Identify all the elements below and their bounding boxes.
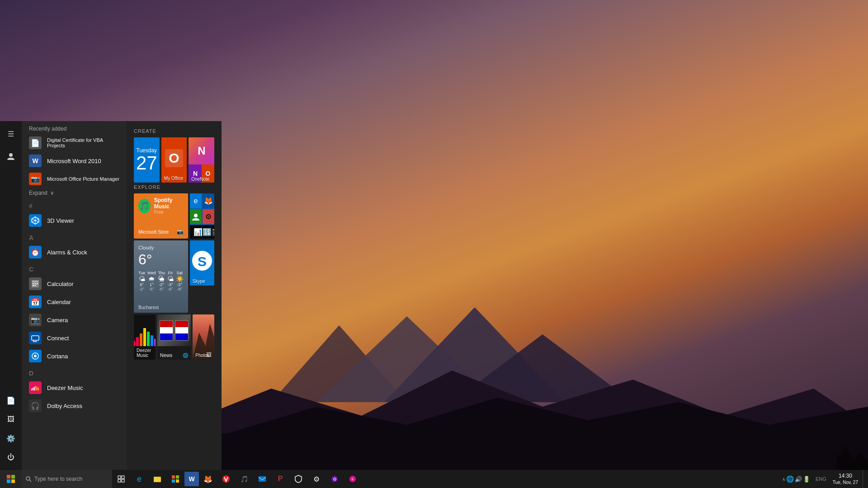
svg-point-40 (26, 477, 30, 480)
documents-icon[interactable]: 📄 (2, 391, 20, 409)
taskbar-mail[interactable] (253, 470, 271, 488)
taskbar-settings[interactable]: ⚙ (307, 470, 326, 488)
network-icon[interactable]: 🌐 (786, 475, 794, 483)
taskbar-pocket[interactable]: P (271, 470, 289, 488)
taskbar-word[interactable]: W (184, 472, 199, 486)
lang-label[interactable]: ENG (814, 476, 828, 482)
app-calendar[interactable]: 📅 Calendar (22, 293, 127, 311)
svg-rect-17 (35, 285, 36, 286)
app-list: Recently added 📄 Digital Certificate for… (22, 121, 127, 470)
forecast-fri: Fri🌤-3°-6° (167, 271, 174, 291)
taskbar-vivaldi[interactable] (217, 470, 235, 488)
app-digital-cert[interactable]: 📄 Digital Certificate for VBA Projects (22, 134, 127, 152)
search-icon (25, 476, 32, 482)
expand-button[interactable]: Expand ∨ (22, 188, 127, 198)
taskbar-unknown1[interactable]: ⚙ (326, 470, 344, 488)
app-icon-deezer (29, 381, 42, 394)
explore-tiles-row: 🎵 Spotify Music Free Microsoft Store 📷 (134, 193, 214, 239)
taskbar-security[interactable] (289, 470, 307, 488)
tile-news[interactable]: News 🌐 (157, 314, 191, 360)
spotify-icon: 🎵 (138, 199, 151, 213)
tile-calendar[interactable]: Tuesday 27 (134, 137, 160, 183)
search-text: Type here to search (34, 476, 82, 482)
svg-rect-53 (259, 476, 266, 482)
tile-store-spotify[interactable]: 🎵 Spotify Music Free Microsoft Store 📷 (134, 193, 188, 239)
svg-text:S: S (198, 254, 207, 269)
app-camera[interactable]: 📷 Camera (22, 311, 127, 329)
fox-icon: 🦊 (203, 193, 214, 208)
power-icon[interactable]: ⏻ (2, 448, 20, 466)
systray-chevron[interactable]: ∧ (782, 477, 785, 482)
app-dolby[interactable]: 🎧 Dolby Access (22, 397, 127, 415)
svg-point-21 (34, 355, 37, 357)
forecast-thu: Thu🌦-2°-5° (158, 271, 165, 291)
svg-rect-23 (33, 388, 33, 390)
battery-icon[interactable]: 🔋 (803, 476, 810, 483)
tile-my-office[interactable]: O My Office (161, 137, 187, 183)
edge-grid: e 🦊 ⚙ 📊🔢🎬 (190, 193, 214, 239)
svg-rect-15 (37, 283, 38, 284)
alpha-d: D (22, 365, 127, 379)
start-button[interactable] (0, 470, 22, 488)
app-icon-3dviewer (29, 214, 42, 227)
app-word[interactable]: W Microsoft Word 2010 (22, 152, 127, 170)
app-connect[interactable]: Connect (22, 329, 127, 347)
onenote-label: OneNote (191, 177, 209, 182)
taskbar-deezer[interactable]: 🎵 (235, 470, 253, 488)
app-name-3dviewer: 3D Viewer (47, 217, 74, 224)
taskbar-store[interactable] (166, 470, 184, 488)
app-icon-cortana (29, 350, 42, 362)
gear-mini-icon: ⚙ (203, 209, 214, 224)
expand-chevron: ∨ (50, 190, 54, 196)
people-icon (190, 209, 202, 224)
start-left-bar: ☰ 📄 🖼 ⚙️ ⏻ (0, 121, 22, 470)
svg-rect-49 (176, 475, 179, 479)
office-label: My Office (164, 176, 183, 181)
app-calculator[interactable]: Calculator (22, 275, 127, 293)
spotify-free: Free (154, 210, 184, 215)
calendar-day-num: 27 (136, 154, 157, 173)
deezer-bars (134, 328, 156, 346)
taskbar-browser[interactable]: 🦊 (199, 470, 217, 488)
taskbar-file-explorer[interactable] (148, 470, 166, 488)
app-alarms[interactable]: ⏰ Alarms & Clock (22, 243, 127, 261)
user-icon[interactable] (2, 147, 20, 165)
pictures-icon[interactable]: 🖼 (2, 410, 20, 428)
taskbar-clock[interactable]: 14:30 Tue, Nov, 27 (828, 472, 863, 486)
svg-text:+: + (351, 477, 354, 482)
show-desktop-button[interactable] (863, 470, 866, 488)
app-icon-alarms: ⏰ (29, 246, 42, 258)
taskbar-unknown2[interactable]: + (344, 470, 362, 488)
svg-rect-39 (11, 479, 15, 483)
clock-date: Tue, Nov, 27 (833, 479, 858, 486)
svg-rect-48 (172, 475, 175, 479)
tile-edge-group[interactable]: e 🦊 ⚙ 📊🔢🎬 (190, 193, 214, 239)
svg-rect-37 (11, 475, 15, 479)
app-deezer[interactable]: Deezer Music (22, 379, 127, 397)
taskbar-edge[interactable]: e (130, 470, 148, 488)
tile-skype[interactable]: S Skype (190, 240, 214, 286)
tile-weather[interactable]: Cloudy 6° Tue🌤6°-2° Wed🌧1°-5° Thu🌦-2°-5° (134, 240, 188, 313)
app-name-alarms: Alarms & Clock (47, 249, 87, 256)
search-button[interactable]: Type here to search (22, 470, 112, 488)
tile-deezer[interactable]: Deezer Music (134, 314, 156, 360)
hamburger-icon[interactable]: ☰ (2, 125, 20, 143)
svg-rect-22 (31, 389, 32, 390)
weather-temp: 6° (138, 251, 184, 268)
app-icon-calculator (29, 277, 42, 290)
tile-onenote-group[interactable]: N N O OneNote (189, 137, 214, 183)
svg-rect-51 (176, 479, 179, 483)
app-name-word: Microsoft Word 2010 (47, 158, 101, 164)
app-cortana[interactable]: Cortana (22, 347, 127, 365)
settings-icon[interactable]: ⚙️ (2, 429, 20, 447)
store-camera-icon: 📷 (177, 229, 184, 235)
tile-photos[interactable]: Photos 🖼 (193, 314, 214, 360)
news-image (157, 314, 191, 346)
volume-icon[interactable]: 🔊 (795, 476, 802, 483)
app-3d-viewer[interactable]: 3D Viewer (22, 211, 127, 230)
task-view-button[interactable] (112, 470, 130, 488)
svg-rect-50 (172, 479, 175, 483)
svg-rect-45 (122, 479, 124, 482)
systray: ∧ 🌐 🔊 🔋 (778, 475, 814, 483)
app-picture-mgr[interactable]: 📷 Microsoft Office Picture Manager (22, 170, 127, 188)
